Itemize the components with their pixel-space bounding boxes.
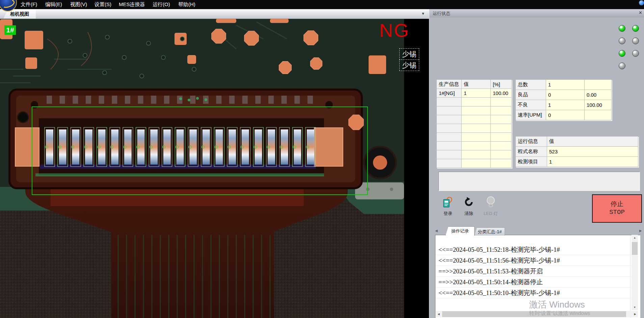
defect-tag: 少锡 bbox=[399, 48, 419, 60]
table-row: 不良 1 100.00 bbox=[516, 100, 612, 110]
stats-table: 总数 1 良品 0 0.00 不良 1 100.00 速率[UPM] 0 bbox=[515, 79, 612, 120]
menu-item-edit[interactable]: 编辑(E) bbox=[45, 1, 62, 8]
table-row: 总数 1 bbox=[516, 80, 612, 90]
status-led bbox=[632, 50, 639, 57]
table-row: 程式名称 523 bbox=[516, 147, 638, 157]
cell-value: 1 bbox=[546, 100, 585, 110]
led-button[interactable]: LED 灯 bbox=[482, 196, 500, 217]
camera-view: 1# NG 少锡 少锡 bbox=[0, 19, 429, 318]
menu-bar: 文件(F) 编辑(E) 视图(V) 设置(S) MES连接器 运行(O) 帮助(… bbox=[0, 0, 644, 9]
table-row: 速率[UPM] 0 bbox=[516, 110, 612, 120]
header-cell: 值 bbox=[462, 80, 491, 89]
defect-tag: 少锡 bbox=[399, 59, 419, 71]
windows-activation-watermark: 激活 Windows bbox=[529, 299, 585, 311]
log-tab-operations-label: 操作记录 bbox=[451, 228, 469, 234]
log-entry[interactable]: ==>>2024-05-05_11:51:53-检测器开启 bbox=[436, 266, 631, 277]
stop-button-label-en: STOP bbox=[609, 209, 625, 216]
cell-percent bbox=[585, 110, 612, 120]
window-badge-icon bbox=[639, 0, 644, 5]
stop-button[interactable]: 停止 STOP bbox=[592, 194, 642, 223]
status-led bbox=[632, 25, 639, 32]
run-info-table: 运行信息 值 程式名称 523 检测项目 1 bbox=[515, 136, 638, 167]
log-tab-summary-label: 分类汇总-1# bbox=[478, 229, 502, 235]
tab-camera-view-label: 相机视图 bbox=[10, 11, 29, 17]
login-button[interactable]: 登录 bbox=[440, 196, 456, 217]
log-entry[interactable]: <<==2024-05-05_11:51:56-检测完毕-少锡-1# bbox=[436, 255, 631, 266]
tab-next-button[interactable]: ▶ bbox=[639, 229, 642, 233]
view-tab-bar: 相机视图 ▼ bbox=[0, 9, 429, 19]
cell-label: 速率[UPM] bbox=[516, 110, 546, 120]
menu-item-view[interactable]: 视图(V) bbox=[70, 1, 87, 8]
v-scroll-thumb[interactable] bbox=[632, 242, 638, 255]
windows-activation-watermark-sub: 转到“设置”以激活 Windows bbox=[529, 310, 590, 317]
status-led bbox=[619, 38, 625, 44]
panel-title: 运行状态 bbox=[433, 10, 450, 17]
led-bulb-icon bbox=[485, 196, 496, 208]
clear-button[interactable]: 清除 bbox=[461, 196, 477, 217]
device-label: 1# bbox=[4, 25, 16, 35]
header-cell: 运行信息 bbox=[516, 137, 547, 147]
status-led bbox=[619, 25, 625, 32]
table-row: 良品 0 0.00 bbox=[516, 90, 612, 100]
table-row-empty bbox=[437, 133, 512, 142]
list-column-divider bbox=[630, 236, 630, 318]
menu-item-mes[interactable]: MES连接器 bbox=[119, 1, 145, 8]
cell-value: 0 bbox=[546, 110, 585, 120]
panel-title-bar: 运行状态 ✕ bbox=[429, 9, 644, 18]
cell-value: 1 bbox=[547, 157, 638, 167]
production-table: 生产信息 值 [%] 1#[NG] 1 100.00 bbox=[436, 79, 512, 168]
cell-value: 1 bbox=[546, 80, 585, 90]
log-tab-summary[interactable]: 分类汇总-1# bbox=[475, 227, 505, 236]
cell-value: 1 bbox=[462, 89, 491, 98]
led-button-label: LED 灯 bbox=[482, 211, 500, 217]
clear-button-label: 清除 bbox=[461, 211, 477, 217]
log-entry[interactable]: <<==2024-05-05_11:50:10-检测完毕-少锡-1# bbox=[436, 288, 631, 298]
table-row-empty bbox=[437, 142, 512, 150]
close-icon[interactable]: ✕ bbox=[639, 10, 642, 15]
table-header-row: 生产信息 值 [%] bbox=[437, 80, 512, 89]
logo-swoosh-icon bbox=[1, 0, 16, 9]
status-led bbox=[619, 63, 625, 69]
menu-item-run[interactable]: 运行(O) bbox=[153, 1, 170, 8]
stop-button-label-cn: 停止 bbox=[611, 201, 623, 209]
cell-label: 1#[NG] bbox=[437, 89, 462, 98]
cell-percent: 0.00 bbox=[585, 90, 612, 100]
table-row-empty bbox=[437, 98, 512, 106]
aoi-application-window: { "window": { "menu_items": ["文件(F)", "编… bbox=[0, 0, 644, 318]
table-row: 1#[NG] 1 100.00 bbox=[437, 89, 512, 98]
log-tab-operations[interactable]: 操作记录 bbox=[446, 226, 475, 236]
scroll-left-button[interactable]: ◀ bbox=[436, 311, 441, 317]
cell-label: 总数 bbox=[516, 80, 546, 90]
cell-percent: 100.00 bbox=[491, 89, 512, 98]
table-row: 检测项目 1 bbox=[516, 157, 638, 167]
cell-value: 523 bbox=[547, 147, 638, 157]
cell-value: 0 bbox=[546, 90, 585, 100]
inspection-result-text: NG bbox=[379, 19, 410, 41]
table-row-empty bbox=[437, 115, 512, 124]
menu-item-help[interactable]: 帮助(H) bbox=[178, 1, 195, 8]
cell-label: 良品 bbox=[516, 90, 546, 100]
clear-refresh-icon bbox=[463, 196, 474, 208]
menu-item-settings[interactable]: 设置(S) bbox=[95, 1, 111, 8]
cell-label: 程式名称 bbox=[516, 147, 547, 157]
message-box bbox=[438, 172, 640, 191]
login-badge-icon bbox=[442, 196, 453, 208]
table-row-empty bbox=[437, 150, 512, 159]
log-entry[interactable]: ==>>2024-05-05_11:50:14-检测器停止 bbox=[436, 277, 631, 288]
tab-prev-button[interactable]: ◀ bbox=[435, 229, 438, 233]
scroll-up-button[interactable]: ▲ bbox=[632, 235, 638, 241]
scroll-right-button[interactable]: ▶ bbox=[632, 311, 638, 317]
scroll-down-button[interactable]: ▼ bbox=[632, 304, 638, 310]
status-led bbox=[619, 50, 625, 57]
header-cell: 值 bbox=[547, 137, 638, 147]
cell-label: 不良 bbox=[516, 100, 546, 110]
status-led bbox=[632, 38, 639, 44]
menu-item-file[interactable]: 文件(F) bbox=[21, 1, 37, 8]
camera-image bbox=[0, 19, 429, 318]
header-cell: [%] bbox=[491, 80, 512, 89]
chevron-down-icon[interactable]: ▼ bbox=[421, 11, 425, 16]
table-header-row: 运行信息 值 bbox=[516, 137, 638, 147]
table-row-empty bbox=[437, 106, 512, 115]
log-entry[interactable]: <<==2024-05-05_11:52:18-检测完毕-少锡-1# bbox=[436, 244, 631, 255]
table-row-empty bbox=[437, 159, 512, 168]
